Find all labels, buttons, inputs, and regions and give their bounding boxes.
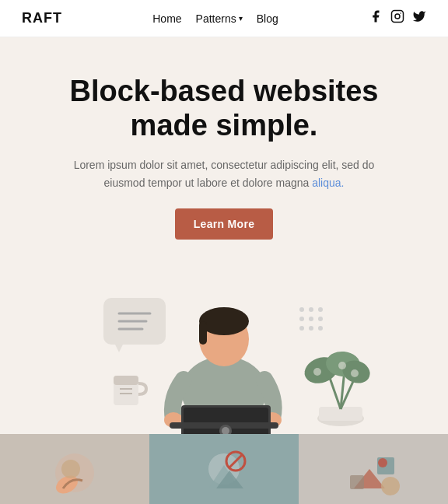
- svg-point-46: [61, 460, 80, 478]
- card-3[interactable]: [299, 434, 448, 504]
- nav-patterns[interactable]: Patterns ▾: [196, 12, 243, 25]
- hero-subtitle: Lorem ipsum dolor sit amet, consectetur …: [72, 156, 376, 191]
- svg-point-9: [309, 307, 313, 312]
- hero-illustration: [61, 255, 387, 434]
- svg-point-16: [318, 326, 323, 331]
- svg-point-13: [318, 317, 323, 321]
- svg-rect-36: [199, 321, 207, 345]
- navbar: RAFT Home Patterns ▾ Blog: [0, 0, 448, 37]
- illustration-area: [0, 247, 448, 434]
- svg-point-15: [309, 326, 313, 331]
- hero-title: Block-based websites made simple.: [47, 75, 401, 142]
- svg-rect-0: [392, 11, 404, 23]
- facebook-icon[interactable]: [369, 9, 383, 27]
- svg-line-19: [329, 376, 341, 409]
- social-icons: [369, 9, 426, 27]
- instagram-icon[interactable]: [390, 9, 404, 27]
- chevron-down-icon: ▾: [239, 14, 243, 23]
- learn-more-button[interactable]: Learn More: [175, 208, 273, 240]
- svg-point-14: [299, 326, 304, 331]
- svg-point-12: [309, 317, 313, 321]
- svg-rect-29: [114, 376, 138, 385]
- svg-marker-7: [115, 345, 123, 352]
- svg-rect-55: [350, 475, 364, 489]
- hero-section: Block-based websites made simple. Lorem …: [0, 37, 448, 247]
- svg-point-56: [378, 458, 387, 467]
- svg-point-27: [351, 369, 359, 377]
- nav-home[interactable]: Home: [152, 12, 181, 25]
- svg-point-10: [318, 307, 323, 312]
- twitter-icon[interactable]: [412, 9, 426, 27]
- svg-point-1: [395, 14, 400, 19]
- svg-point-11: [299, 317, 304, 321]
- card-1[interactable]: [0, 434, 149, 504]
- svg-point-54: [381, 477, 400, 495]
- subtitle-link[interactable]: aliqua.: [312, 177, 344, 189]
- card-2[interactable]: [149, 434, 299, 504]
- svg-point-26: [338, 362, 346, 369]
- svg-point-25: [313, 368, 321, 376]
- card-strip: [0, 434, 448, 504]
- nav-links: Home Patterns ▾ Blog: [152, 12, 278, 25]
- site-logo[interactable]: RAFT: [22, 10, 62, 26]
- nav-blog[interactable]: Blog: [257, 12, 278, 25]
- svg-point-8: [299, 307, 304, 312]
- svg-point-2: [400, 12, 401, 14]
